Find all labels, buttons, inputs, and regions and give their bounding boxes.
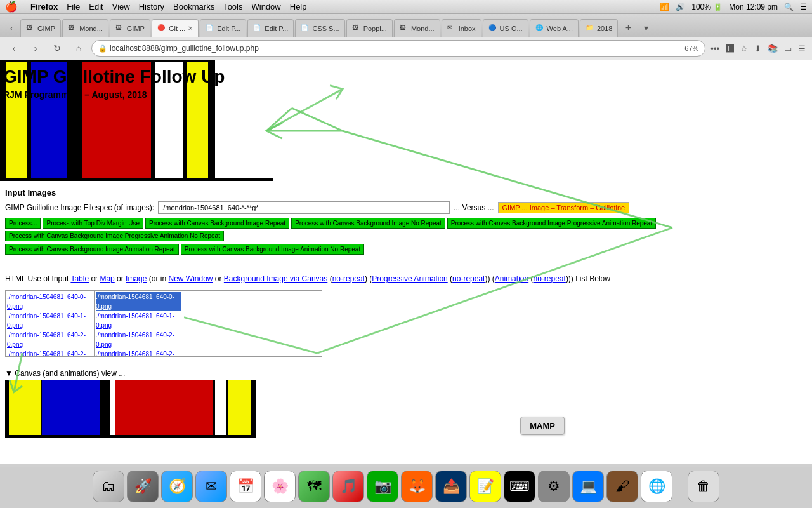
file-link-item[interactable]: ./mondrian-1504681_640-1-0.png xyxy=(96,311,181,330)
tab-close-button[interactable]: ✕ xyxy=(188,25,193,32)
canvas-block-blue xyxy=(42,380,100,435)
tab-prev-button[interactable]: ‹ xyxy=(3,19,20,37)
canvas-block-yellow1 xyxy=(9,380,41,435)
canvas-toggle[interactable]: ▼ Canvas (and animations) view ... xyxy=(5,369,807,378)
tab-editp2[interactable]: 📄 Edit P... xyxy=(247,19,294,37)
process-top-div-button[interactable]: Process with Top Div Margin Use xyxy=(43,218,143,229)
tab-mond1[interactable]: 🖼 Mond... xyxy=(62,19,108,37)
canvas-block-black2 xyxy=(102,380,110,435)
tab-inbox[interactable]: ✉ Inbox xyxy=(442,19,481,37)
tab-label: Edit P... xyxy=(265,25,288,32)
bookmark-star-button[interactable]: ☆ xyxy=(739,43,749,55)
no-repeat-link2[interactable]: no-repeat xyxy=(452,274,485,283)
lock-icon: 🔒 xyxy=(98,44,107,53)
tab-favicon: 🌐 xyxy=(535,24,544,33)
tab-label: Inbox xyxy=(459,25,476,32)
no-repeat-link1[interactable]: no-repeat xyxy=(332,274,365,283)
filespec-label: GIMP Guillotine Image Filespec (of image… xyxy=(5,203,154,212)
filespec-input[interactable] xyxy=(158,201,450,214)
dock: 🗂 🚀 🧭 ✉ 📅 🌸 🗺 🎵 📷 🦊 📤 📝 ⌨ ⚙ 💻 🖌 🌐 🗑 xyxy=(0,464,812,467)
menu-history[interactable]: History xyxy=(139,2,164,11)
process-canvas-progressive-repeat-button[interactable]: Process with Canvas Background Image Pro… xyxy=(447,218,656,229)
file-link-item[interactable]: ./mondrian-1504681_640-2-1.png xyxy=(96,349,181,356)
process-canvas-anim-no-repeat-button[interactable]: Process with Canvas Background Image Ani… xyxy=(181,244,364,255)
tab-git-active[interactable]: 🔴 Git ... ✕ xyxy=(152,19,199,37)
reload-button[interactable]: ↻ xyxy=(48,39,66,57)
no-repeat-link3[interactable]: no-repeat xyxy=(534,274,566,283)
menu-icon[interactable]: ☰ xyxy=(800,3,807,11)
menu-file[interactable]: File xyxy=(67,2,80,11)
progressive-animation-link[interactable]: Progressive Animation xyxy=(372,274,447,283)
file-item: ./mondrian-1504681_640-2-0.png xyxy=(7,330,93,349)
process-canvas-bg-repeat-button[interactable]: Process with Canvas Background Image Rep… xyxy=(145,218,289,229)
more-options-button[interactable]: ••• xyxy=(709,43,721,55)
back-button[interactable]: ‹ xyxy=(5,39,23,57)
tab-gimp2[interactable]: 🖼 GIMP xyxy=(110,19,150,37)
tab-list-button[interactable]: ▾ xyxy=(637,19,655,37)
process-canvas-progressive-no-repeat-button[interactable]: Process with Canvas Background Image Pro… xyxy=(5,231,224,241)
menu-bookmarks[interactable]: Bookmarks xyxy=(173,2,214,11)
canvas-mondrian xyxy=(5,380,256,438)
menu-view[interactable]: View xyxy=(112,2,130,11)
tab-label: CSS S... xyxy=(312,25,339,32)
process-button[interactable]: Process... xyxy=(5,218,41,229)
url-text: localhost:8888/gimp_guillotine_followup.… xyxy=(110,44,679,53)
background-canvas-link[interactable]: Background Image via Canvas xyxy=(224,274,327,283)
search-icon[interactable]: 🔍 xyxy=(784,3,794,11)
file-item: ./mondrian-1504681_640-2-1.png xyxy=(7,349,93,356)
tab-label: Poppi... xyxy=(363,25,387,32)
apple-menu[interactable]: 🍎 xyxy=(5,1,18,13)
menu-help[interactable]: Help xyxy=(290,2,307,11)
download-button[interactable]: ⬇ xyxy=(753,43,763,55)
tab-weba[interactable]: 🌐 Web A... xyxy=(530,19,579,37)
tab-favicon: 🖼 xyxy=(26,24,35,33)
file-link-item[interactable]: ./mondrian-1504681_640-2-0.png xyxy=(96,330,181,349)
home-button[interactable]: ⌂ xyxy=(70,39,88,57)
tab-bar: ‹ 🖼 GIMP 🖼 Mond... 🖼 GIMP 🔴 Git ... ✕ 📄 … xyxy=(0,14,812,37)
menubar: 🍎 Firefox File Edit View History Bookmar… xyxy=(0,0,812,14)
input-images-title: Input Images xyxy=(5,188,807,197)
header-text-area: GIMP Guillotine Follow Up RJM Programmin… xyxy=(0,60,225,100)
gimp-guillotine-button[interactable]: GIMP ... Image – Transform – Guillotine xyxy=(498,202,630,213)
image-link[interactable]: Image xyxy=(126,274,147,283)
canvas-block-white2 xyxy=(215,380,226,435)
tab-css[interactable]: 📄 CSS S... xyxy=(295,19,344,37)
tab-label: Mond... xyxy=(79,25,103,32)
menu-window[interactable]: Window xyxy=(252,2,281,11)
sidebar-button[interactable]: ▭ xyxy=(783,43,793,55)
tab-2018[interactable]: 📁 2018 xyxy=(580,19,618,37)
pocket-button[interactable]: 🅿 xyxy=(724,43,735,55)
file-link-item[interactable]: ./mondrian-1504681_640-0-0.png xyxy=(96,292,181,311)
tab-uso[interactable]: 🔵 US O... xyxy=(483,19,528,37)
tab-editp1[interactable]: 📄 Edit P... xyxy=(200,19,246,37)
tab-poppi[interactable]: 🖼 Poppi... xyxy=(346,19,393,37)
file-item: ./mondrian-1504681_640-1-0.png xyxy=(7,311,93,330)
tab-label: 2018 xyxy=(597,25,612,32)
tab-favicon: 🔵 xyxy=(488,24,497,33)
process-canvas-anim-repeat-button[interactable]: Process with Canvas Background Image Ani… xyxy=(5,244,179,255)
canvas-block-black3 xyxy=(251,380,256,435)
tab-favicon: 🖼 xyxy=(115,24,124,33)
forward-button[interactable]: › xyxy=(27,39,44,57)
tab-gimp1[interactable]: 🖼 GIMP xyxy=(20,19,61,37)
bookmarks-button[interactable]: 📚 xyxy=(766,43,779,55)
url-bar[interactable]: 🔒 localhost:8888/gimp_guillotine_followu… xyxy=(91,40,705,57)
html-description-section: HTML Use of Input Table or Map or Image … xyxy=(0,269,812,361)
table-link[interactable]: Table xyxy=(70,274,89,283)
clock: Mon 12:09 pm xyxy=(729,3,778,11)
tab-favicon: 🖼 xyxy=(68,24,77,33)
overflow-button[interactable]: ☰ xyxy=(797,43,807,55)
map-link[interactable]: Map xyxy=(100,274,114,283)
animation-link[interactable]: Animation xyxy=(495,274,528,283)
new-tab-button[interactable]: + xyxy=(619,19,637,37)
filespec-row: GIMP Guillotine Image Filespec (of image… xyxy=(5,201,807,214)
menu-edit[interactable]: Edit xyxy=(89,2,103,11)
new-window-link[interactable]: New Window xyxy=(168,274,213,283)
process-canvas-bg-no-repeat-button[interactable]: Process with Canvas Background Image No … xyxy=(291,218,445,229)
tab-mond2[interactable]: 🖼 Mond... xyxy=(394,19,440,37)
menu-tools[interactable]: Tools xyxy=(223,2,242,11)
canvas-section: ▼ Canvas (and animations) view ... xyxy=(0,366,812,440)
mamp-button[interactable]: MAMP xyxy=(520,417,565,435)
tab-label: Edit P... xyxy=(217,25,240,32)
menu-firefox[interactable]: Firefox xyxy=(30,2,58,11)
